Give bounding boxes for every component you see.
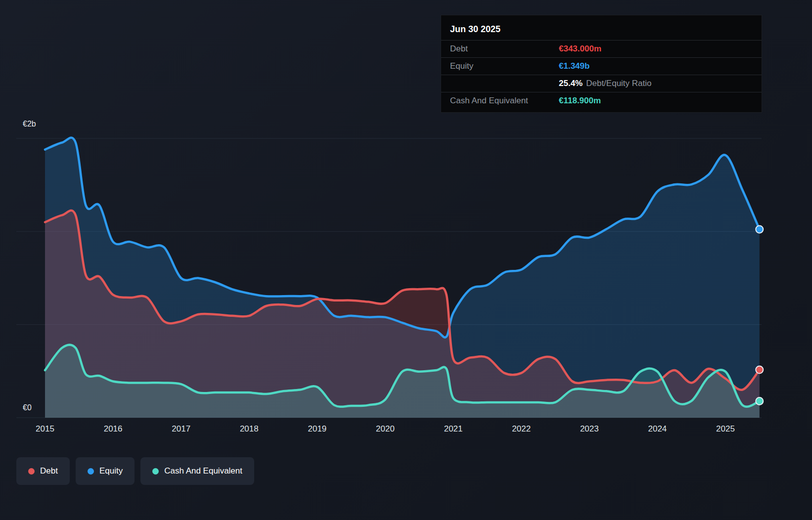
x-axis-year-2021: 2021 [433,424,474,434]
tooltip-equity-value: €1.349b [559,61,589,71]
tooltip-row-debt: Debt €343.000m [441,40,762,57]
debt-end-marker [756,366,763,374]
tooltip-ratio-value: 25.4% [559,79,583,88]
tooltip-debt-label: Debt [450,44,559,54]
tooltip-cash-label: Cash And Equivalent [450,96,559,106]
x-axis-year-2016: 2016 [92,424,134,434]
tooltip-ratio-label: Debt/Equity Ratio [586,79,651,88]
x-axis-year-2020: 2020 [364,424,406,434]
tooltip-equity-label: Equity [450,61,559,71]
x-axis-year-2022: 2022 [500,424,542,434]
tooltip-row-ratio: 25.4% Debt/Equity Ratio [441,75,762,92]
tooltip-date: Jun 30 2025 [441,19,762,40]
x-axis-year-2019: 2019 [296,424,338,434]
legend-item-cash[interactable]: Cash And Equivalent [140,457,254,485]
tooltip-row-cash: Cash And Equivalent €118.900m [441,92,762,109]
x-axis-year-2025: 2025 [705,424,746,434]
debt-legend-dot-icon [28,468,35,475]
tooltip-debt-value: €343.000m [559,44,601,54]
equity-legend-dot-icon [88,468,94,475]
y-axis-label-bottom: €0 [23,403,32,412]
x-axis-year-2017: 2017 [160,424,202,434]
x-axis-year-2015: 2015 [24,424,66,434]
x-axis-labels: 2015201620172018201920202021202220232024… [0,424,812,437]
legend-item-equity[interactable]: Equity [76,457,135,485]
legend-item-label: Equity [99,466,123,476]
legend-item-debt[interactable]: Debt [16,457,70,485]
x-axis-year-2023: 2023 [569,424,610,434]
legend-item-label: Debt [40,466,58,476]
x-axis-year-2024: 2024 [636,424,678,434]
cash-end-marker [756,397,763,405]
y-axis-label-top: €2b [23,120,36,129]
legend-item-label: Cash And Equivalent [164,466,242,476]
tooltip-cash-value: €118.900m [559,96,601,106]
debt-equity-chart-panel: €2b €0 201520162017201820192020202120222… [0,0,812,520]
legend: DebtEquityCash And Equivalent [16,457,254,485]
tooltip-row-equity: Equity €1.349b [441,57,762,75]
cash-legend-dot-icon [152,468,159,475]
x-axis-year-2018: 2018 [228,424,270,434]
chart-tooltip: Jun 30 2025 Debt €343.000m Equity €1.349… [441,15,762,113]
equity-end-marker [756,225,763,233]
